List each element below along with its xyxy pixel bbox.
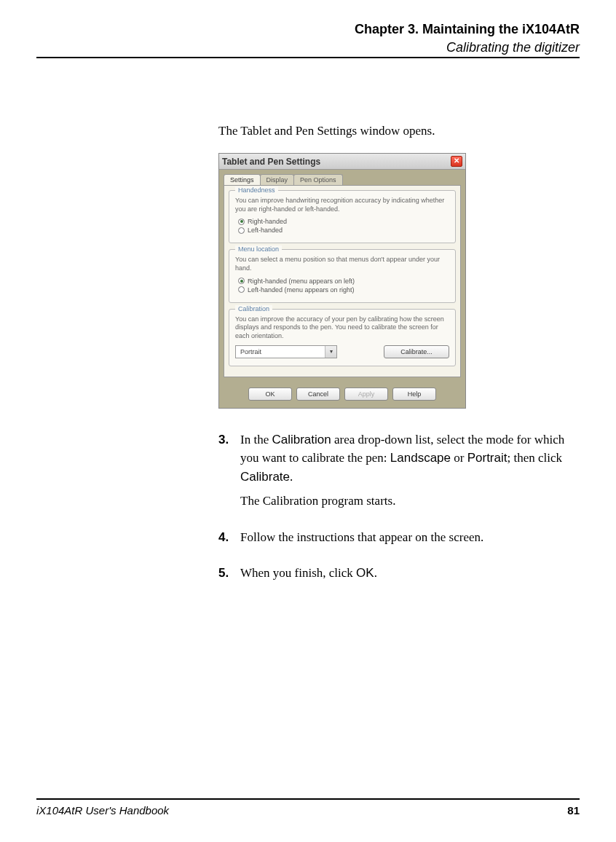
radio-label: Left-handed (menu appears on right) [248,286,355,294]
tab-strip: Settings Display Pen Options [219,170,465,185]
tab-settings[interactable]: Settings [224,174,261,185]
step-5-text: When you finish, click OK. [240,564,377,583]
step-4: 4. Follow the instructions that appear o… [218,528,572,553]
dialog-title: Tablet and Pen Settings [222,157,320,167]
tab-display[interactable]: Display [260,174,295,185]
step-body: When you finish, click OK. [240,564,377,589]
dialog-titlebar: Tablet and Pen Settings ✕ [219,154,465,170]
calibration-title: Calibration [235,305,272,312]
handedness-group: Handedness You can improve handwriting r… [229,190,456,243]
handedness-title: Handedness [235,186,278,194]
menu-location-title: Menu location [235,245,282,253]
calibration-controls: Portrait ▾ Calibrate... [235,345,449,358]
chevron-down-icon: ▾ [325,346,336,358]
step-4-text: Follow the instructions that appear on t… [240,528,483,547]
menu-location-group: Menu location You can select a menu posi… [229,249,456,302]
settings-panel: Handedness You can improve handwriting r… [224,185,461,377]
step-number: 4. [218,528,240,553]
step-3-para-1: In the Calibration area drop-down list, … [240,430,572,487]
radio-right-handed[interactable]: Right-handed [238,218,449,225]
radio-left-handed[interactable]: Left-handed [238,227,449,234]
radio-icon [238,286,245,293]
radio-label: Right-handed (menu appears on left) [248,278,355,285]
book-title: iX104AtR User's Handbook [36,804,169,817]
page-number: 81 [567,804,580,817]
calibration-desc: You can improve the accuracy of your pen… [235,315,449,341]
page-content: The Tablet and Pen Settings window opens… [218,124,572,589]
close-icon[interactable]: ✕ [451,156,462,167]
dropdown-value: Portrait [240,348,261,355]
radio-icon [238,219,245,225]
step-3-para-2: The Calibration program starts. [240,492,572,511]
tab-pen-options[interactable]: Pen Options [293,174,343,185]
radio-menu-right[interactable]: Left-handed (menu appears on right) [238,286,449,294]
help-button[interactable]: Help [392,387,436,401]
dialog-button-row: OK Cancel Apply Help [219,382,465,408]
step-body: In the Calibration area drop-down list, … [240,430,572,516]
chapter-title: Chapter 3. Maintaining the iX104AtR [36,22,580,37]
apply-button[interactable]: Apply [344,387,388,401]
calibration-group: Calibration You can improve the accuracy… [229,309,456,366]
page-header: Chapter 3. Maintaining the iX104AtR Cali… [36,22,580,58]
calibrate-button[interactable]: Calibrate... [384,345,449,358]
step-number: 3. [218,430,240,516]
radio-menu-left[interactable]: Right-handed (menu appears on left) [238,278,449,285]
radio-label: Left-handed [248,227,283,234]
step-5: 5. When you finish, click OK. [218,564,572,589]
section-title: Calibrating the digitizer [36,40,580,55]
step-number: 5. [218,564,240,589]
radio-icon [238,278,245,284]
menu-location-desc: You can select a menu position so that m… [235,256,449,272]
ok-button[interactable]: OK [248,387,292,401]
dialog-screenshot: Tablet and Pen Settings ✕ Settings Displ… [218,153,466,409]
radio-label: Right-handed [248,218,287,225]
step-3: 3. In the Calibration area drop-down lis… [218,430,572,516]
orientation-dropdown[interactable]: Portrait ▾ [235,345,337,358]
page-footer: iX104AtR User's Handbook 81 [36,798,580,817]
cancel-button[interactable]: Cancel [296,387,340,401]
intro-text: The Tablet and Pen Settings window opens… [218,124,572,138]
handedness-desc: You can improve handwriting recognition … [235,197,449,213]
radio-icon [238,227,245,234]
step-body: Follow the instructions that appear on t… [240,528,483,553]
